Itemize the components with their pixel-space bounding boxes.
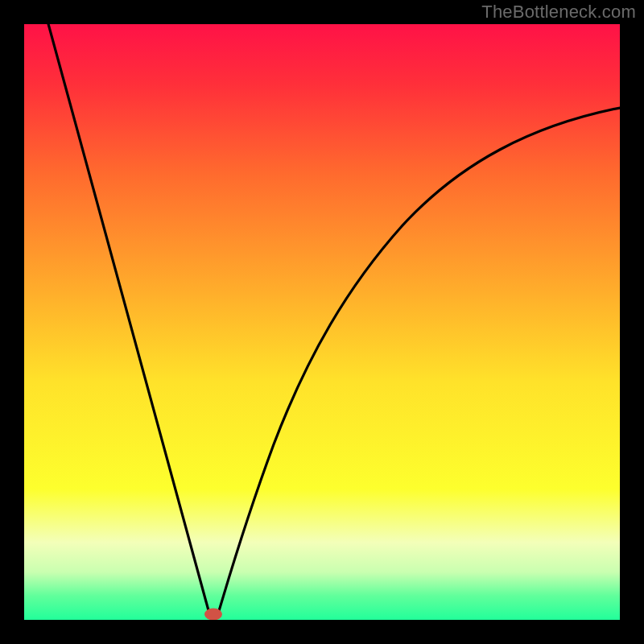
bottleneck-chart bbox=[0, 0, 644, 644]
plot-area bbox=[24, 24, 620, 620]
watermark-text: TheBottleneck.com bbox=[481, 2, 636, 23]
cusp-marker bbox=[204, 609, 222, 621]
chart-frame: TheBottleneck.com bbox=[0, 0, 644, 644]
